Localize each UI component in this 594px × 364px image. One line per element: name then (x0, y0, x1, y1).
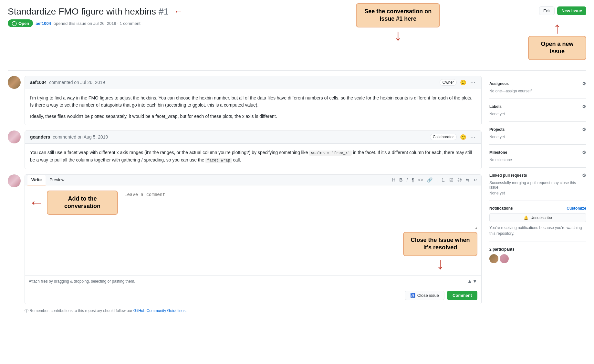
sidebar-notifications: Notifications Customize 🔔 Unsubscribe Yo… (489, 201, 586, 242)
write-comment-container: Write Preview H B I ¶ <> 🔗 ⁝ (8, 174, 482, 314)
more-button-1[interactable]: ⋯ (470, 79, 476, 86)
sidebar-linked-pr: Linked pull requests ⚙ Successfully merg… (489, 168, 586, 201)
projects-value: None yet (489, 135, 586, 139)
write-body-area: ← Add to the conversation Close the Issu… (25, 185, 481, 276)
comment1-date: commented on Jul 26, 2019 (49, 80, 105, 85)
callout-new-issue: Open a new issue (528, 36, 586, 60)
emoji-button-2[interactable]: 🙂 (459, 133, 467, 141)
unsubscribe-button[interactable]: 🔔 Unsubscribe (489, 213, 586, 222)
toolbar-i[interactable]: I (405, 177, 409, 183)
edit-button[interactable]: Edit (539, 6, 555, 15)
participants-list (489, 254, 586, 263)
sidebar: Assignees ⚙ No one—assign yourself Label… (489, 76, 586, 319)
title-arrow-icon: ← (174, 6, 183, 17)
open-badge: ◯ Open (8, 19, 33, 27)
avatar-aef1004 (8, 76, 21, 89)
close-issue-icon: ♿ (410, 293, 415, 298)
linked-pr-note: Successfully merging a pull request may … (489, 181, 586, 190)
toolbar-ul[interactable]: ⁝ (435, 177, 439, 183)
open-badge-icon: ◯ (12, 21, 17, 26)
author-link[interactable]: aef1004 (36, 21, 51, 26)
write-container: Write Preview H B I ¶ <> 🔗 ⁝ (25, 174, 482, 304)
toolbar-undo[interactable]: ↩ (472, 177, 479, 183)
callout1-arrow: ↓ (394, 27, 402, 43)
comment-textarea[interactable] (123, 191, 477, 229)
milestone-gear-icon[interactable]: ⚙ (582, 150, 586, 155)
comment2-text-post: call. (233, 157, 241, 162)
comment2-body: You can still use a facet wrap with diff… (25, 144, 481, 169)
issue-number: #1 (159, 6, 169, 17)
comment1-author: aef1004 (30, 80, 47, 85)
comment2-date: commented on Aug 5, 2019 (53, 134, 108, 140)
comment2-author: geanders (30, 134, 50, 140)
toolbar-para[interactable]: ¶ (410, 177, 415, 183)
linked-pr-gear-icon[interactable]: ⚙ (582, 173, 586, 178)
code2: facet_wrap (205, 158, 232, 163)
projects-gear-icon[interactable]: ⚙ (582, 127, 586, 132)
labels-value: None yet (489, 112, 586, 116)
avatar-current-user (8, 174, 21, 187)
toolbar-link[interactable]: 🔗 (426, 177, 434, 183)
sidebar-labels: Labels ⚙ None yet (489, 99, 586, 122)
toolbar-h[interactable]: H (391, 177, 397, 183)
customize-link[interactable]: Customize (567, 206, 586, 211)
labels-gear-icon[interactable]: ⚙ (582, 104, 586, 109)
sidebar-assignees: Assignees ⚙ No one—assign yourself (489, 76, 586, 99)
comment-submit-button[interactable]: Comment (447, 291, 477, 300)
comment2-text-pre: You can still use a facet wrap with diff… (30, 150, 309, 155)
tab-write[interactable]: Write (27, 175, 46, 185)
issue-title-text: Standardize FMO figure with hexbins (8, 6, 156, 17)
emoji-button-1[interactable]: 🙂 (459, 79, 467, 86)
comment-box-1: aef1004 commented on Jul 26, 2019 Owner … (25, 76, 482, 125)
code1: scales = 'free_x' (309, 151, 351, 156)
bell-icon: 🔔 (524, 215, 528, 220)
guidelines-link[interactable]: GitHub Community Guidelines (133, 308, 185, 313)
callout4-arrow: ↓ (436, 256, 444, 272)
markdown-icon: ▲▼ (467, 278, 477, 284)
attach-text: Attach files by dragging & dropping, sel… (29, 279, 135, 284)
close-issue-button[interactable]: ♿ Close issue (405, 291, 444, 300)
owner-badge: Owner (440, 79, 457, 86)
more-button-2[interactable]: ⋯ (470, 133, 476, 141)
assignees-value: No one—assign yourself (489, 89, 586, 93)
attach-area: Attach files by dragging & dropping, sel… (25, 276, 481, 287)
assignees-gear-icon[interactable]: ⚙ (582, 81, 586, 86)
participant-avatar-1 (489, 254, 498, 263)
collaborator-badge: Collaborator (430, 134, 457, 140)
toolbar-ol[interactable]: 1. (440, 177, 447, 183)
toolbar-mention[interactable]: @ (456, 177, 463, 183)
new-issue-arrow: ↑ (553, 20, 561, 36)
comment-2: geanders commented on Aug 5, 2019 Collab… (8, 130, 482, 169)
comment-1: aef1004 commented on Jul 26, 2019 Owner … (8, 76, 482, 125)
comment1-body: I'm trying to find a way in the FMO figu… (25, 89, 481, 125)
toolbar-code[interactable]: <> (417, 177, 424, 183)
issue-meta-text: opened this issue on Jul 26, 2019 · 1 co… (54, 21, 141, 26)
guidelines-icon: ⓘ (25, 308, 28, 313)
linked-pr-value: None yet (489, 191, 586, 195)
toolbar-b[interactable]: B (398, 177, 404, 183)
actions-row: ♿ Close issue Comment (25, 287, 481, 304)
callout3-arrow: ← (29, 195, 44, 210)
callout-close-issue: Close the Issue when it's resolved (403, 232, 477, 256)
milestone-value: No milestone (489, 158, 586, 162)
callout-add-conversation: Add to the conversation (47, 191, 118, 215)
sidebar-participants: 2 participants (489, 242, 586, 268)
sidebar-milestone: Milestone ⚙ No milestone (489, 145, 586, 168)
new-issue-button[interactable]: New issue (557, 6, 586, 15)
notification-note: You're receiving notifications because y… (489, 225, 586, 236)
avatar-geanders (8, 130, 21, 143)
participant-avatar-2 (500, 254, 509, 263)
toolbar-check[interactable]: ☑ (448, 177, 455, 183)
comment-box-2: geanders commented on Aug 5, 2019 Collab… (25, 130, 482, 169)
toolbar-ref[interactable]: ⇆ (464, 177, 471, 183)
callout-conversation: See the conversation on Issue #1 here (356, 3, 440, 27)
tab-preview[interactable]: Preview (46, 175, 68, 185)
sidebar-projects: Projects ⚙ None yet (489, 122, 586, 145)
guidelines: ⓘ Remember, contributions to this reposi… (25, 308, 482, 314)
